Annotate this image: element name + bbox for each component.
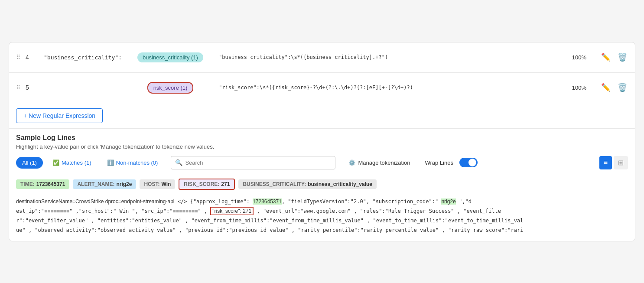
sample-log-title: Sample Log Lines <box>16 134 628 142</box>
edit-button-4[interactable]: ✏️ <box>600 52 611 63</box>
tab-nonmatches[interactable]: ℹ️ Non-matches (0) <box>101 157 164 169</box>
risk-score-val: 271 <box>221 181 230 187</box>
log-line-2: est_ip":"■■■■■■■■" ,"src_host":" Win ", … <box>16 207 628 215</box>
host-val: Win <box>161 181 171 187</box>
row-pct-4: 100% <box>560 54 586 61</box>
new-regex-button[interactable]: + New Regular Expression <box>16 108 103 123</box>
matches-check-icon: ✅ <box>52 159 59 166</box>
nonmatches-info-icon: ℹ️ <box>107 159 114 166</box>
wrap-lines-label: Wrap Lines <box>425 159 453 166</box>
field-host: HOST: Win <box>140 179 175 189</box>
row-key-4: "business_criticality": <box>44 54 122 61</box>
log-toolbar: All (1) ✅ Matches (1) ℹ️ Non-matches (0)… <box>9 152 635 174</box>
log-risk-score-box: "risk_score": 271 <box>210 207 254 215</box>
field-alert-name: ALERT_NAME: nrig2e <box>73 179 136 189</box>
wrap-lines-toggle[interactable] <box>459 158 478 167</box>
row-regex-4: "business_criticality":\s*({business_cri… <box>219 54 555 60</box>
alert-name-key: ALERT_NAME: <box>77 181 114 187</box>
risk-score-key: RISK_SCORE: <box>184 181 219 187</box>
tab-matches-label: Matches (1) <box>62 159 91 166</box>
log-line-3: r":"event_filter_value" , "entities":"en… <box>16 217 628 224</box>
log-squiggly-1: destinationServiceName=CrowdStrike dproc… <box>16 198 175 205</box>
time-val: 1723645371 <box>36 181 65 187</box>
delete-button-4[interactable]: 🗑️ <box>617 52 628 63</box>
time-key: TIME: <box>20 181 35 187</box>
log-line-1: destinationServiceName=CrowdStrike dproc… <box>16 198 628 205</box>
field-time: TIME: 1723645371 <box>16 179 69 189</box>
field-tag-4: business_criticality (1) <box>137 52 203 62</box>
view-buttons: ≡ ⊞ <box>599 156 628 169</box>
tag-cell-4: business_criticality (1) <box>127 52 214 62</box>
search-input[interactable] <box>171 156 335 169</box>
row-regex-5: "risk_score":\s*({risk_score}-?\d+(?:\.\… <box>219 85 555 91</box>
field-business-criticality: BUSINESS_CRITICALITY: business_criticali… <box>238 179 377 189</box>
bc-key: BUSINESS_CRITICALITY: <box>243 181 306 187</box>
tab-matches[interactable]: ✅ Matches (1) <box>46 157 98 169</box>
edit-button-5[interactable]: ✏️ <box>600 82 611 93</box>
table-row-5: ⠿ 5 risk_score (1) "risk_score":\s*({ris… <box>9 73 635 103</box>
row-actions-4: ✏️ 🗑️ <box>600 52 628 63</box>
row-number-5: 5 <box>26 84 39 91</box>
table-row-4: ⠿ 4 "business_criticality": business_cri… <box>9 42 635 73</box>
row-actions-5: ✏️ 🗑️ <box>600 82 628 93</box>
delete-button-5[interactable]: 🗑️ <box>617 82 628 93</box>
host-key: HOST: <box>144 181 159 187</box>
alert-name-val: nrig2e <box>116 181 132 187</box>
search-icon: 🔍 <box>175 159 182 166</box>
grid-view-button[interactable]: ⊞ <box>614 156 628 169</box>
tab-nonmatches-label: Non-matches (0) <box>116 159 158 166</box>
row-number-4: 4 <box>26 54 39 61</box>
log-lines-section: destinationServiceName=CrowdStrike dproc… <box>9 194 635 241</box>
tab-all[interactable]: All (1) <box>16 157 43 169</box>
log-time-highlight: 1723645371 <box>253 198 282 205</box>
manage-tokenization-button[interactable]: ⚙️ Manage tokenization <box>344 157 414 169</box>
search-wrap: 🔍 <box>171 156 335 169</box>
drag-handle-4[interactable]: ⠿ <box>16 54 20 61</box>
field-risk-score: RISK_SCORE: 271 <box>179 179 235 190</box>
sample-log-header: Sample Log Lines Highlight a key-value p… <box>9 129 635 152</box>
log-line-4: ue" , "observed_activity":"observed_acti… <box>16 226 628 234</box>
tag-cell-5: risk_score (1) <box>127 82 214 94</box>
gear-icon: ⚙️ <box>348 159 355 166</box>
row-pct-5: 100% <box>560 85 586 91</box>
manage-tokenization-label: Manage tokenization <box>358 159 410 166</box>
list-view-button[interactable]: ≡ <box>599 156 612 169</box>
field-tag-5: risk_score (1) <box>147 82 194 94</box>
sample-log-subtitle: Highlight a key-value pair or click 'Man… <box>16 143 628 150</box>
tag-bar: TIME: 1723645371 ALERT_NAME: nrig2e HOST… <box>9 174 635 194</box>
log-nrig-highlight: nrig2e <box>441 198 455 205</box>
bc-val: business_criticality_value <box>308 181 372 187</box>
drag-handle-5[interactable]: ⠿ <box>16 84 20 91</box>
